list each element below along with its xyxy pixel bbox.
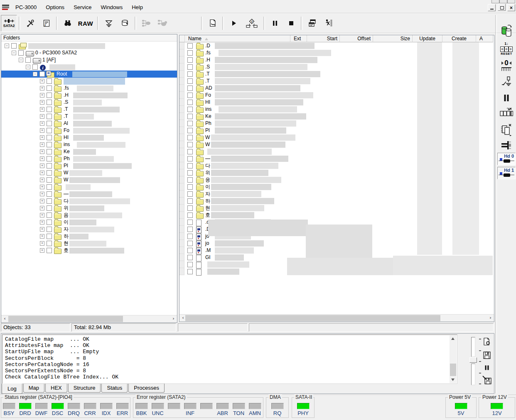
file-row[interactable]: 호 [179, 212, 494, 219]
tree-node[interactable]: +ins [1, 141, 177, 148]
power-switch-button[interactable] [497, 74, 516, 90]
file-checkbox[interactable] [187, 50, 193, 56]
expand-icon[interactable]: + [40, 149, 44, 154]
tree-checkbox[interactable] [47, 142, 52, 147]
tree-node[interactable]: +.H [1, 92, 177, 99]
file-row[interactable]: W [179, 141, 494, 148]
tree-node[interactable]: +W [1, 169, 177, 176]
scrollbar-thumb[interactable] [8, 316, 123, 322]
tree-node[interactable]: −1 [AF] [1, 56, 177, 63]
stop-button[interactable] [283, 15, 299, 32]
collapse-icon[interactable]: − [12, 51, 16, 55]
file-checkbox[interactable] [187, 227, 193, 232]
collapse-icon[interactable]: − [26, 65, 30, 69]
minimize-button[interactable] [488, 4, 496, 11]
file-checkbox[interactable] [187, 170, 193, 176]
search-button[interactable] [59, 15, 76, 32]
file-checkbox[interactable] [187, 142, 193, 147]
file-row[interactable]: 자 [179, 190, 494, 198]
restore-button[interactable] [498, 4, 506, 11]
file-checkbox[interactable] [187, 78, 193, 84]
tree-checkbox[interactable] [47, 205, 52, 211]
tree-horizontal-scrollbar[interactable]: ‹ › [1, 315, 177, 322]
file-row[interactable]: Ke [179, 113, 494, 120]
tree-checkbox[interactable] [47, 191, 52, 197]
expand-icon[interactable]: + [40, 79, 44, 83]
expand-icon[interactable]: + [40, 135, 44, 140]
tree-checkbox[interactable] [47, 220, 52, 225]
file-checkbox[interactable] [187, 107, 193, 112]
chip-pages-button[interactable] [497, 122, 516, 138]
expand-icon[interactable]: + [40, 128, 44, 133]
file-checkbox[interactable] [187, 114, 193, 119]
task-wizard-button[interactable]: ? [242, 15, 262, 32]
tab-map[interactable]: Map [23, 383, 44, 393]
file-row[interactable]: W [179, 134, 494, 141]
tree-checkbox[interactable] [47, 212, 52, 218]
tree-checkbox[interactable] [47, 198, 52, 204]
tab-hex[interactable]: HEX [45, 383, 67, 393]
scrollbar-thumb[interactable] [185, 315, 440, 321]
file-checkbox[interactable] [187, 156, 193, 161]
log-slider-track[interactable] [471, 337, 475, 357]
tree-node[interactable]: +HI [1, 134, 177, 141]
tree-node[interactable]: +W [1, 176, 177, 183]
file-checkbox[interactable] [187, 85, 193, 91]
tree-node[interactable]: +호 [1, 247, 177, 254]
expand-icon[interactable]: + [40, 241, 44, 246]
expand-icon[interactable]: + [40, 213, 44, 217]
column-header-create[interactable]: Create [442, 35, 476, 42]
open-task-button[interactable] [204, 15, 221, 32]
column-header-offset[interactable]: Offset [340, 35, 373, 42]
tree-checkbox[interactable] [47, 114, 52, 119]
file-checkbox[interactable] [187, 71, 193, 77]
refresh-log-button[interactable] [481, 336, 493, 348]
expand-icon[interactable]: + [40, 206, 44, 210]
tree-checkbox[interactable] [47, 149, 52, 154]
tree-node[interactable]: − [1, 42, 177, 49]
tree-checkbox[interactable] [47, 241, 52, 246]
expand-icon[interactable]: + [40, 227, 44, 232]
tree-node[interactable]: +.T [1, 113, 177, 120]
processes-button[interactable] [320, 15, 337, 32]
tree-checkbox[interactable] [11, 43, 17, 49]
tree-node[interactable]: +— [1, 190, 177, 198]
tree-node[interactable]: +Fo [1, 127, 177, 134]
tree-checkbox[interactable] [47, 135, 52, 140]
tree-node[interactable]: +Ph [1, 155, 177, 162]
scroll-down-icon[interactable] [451, 378, 455, 381]
export-database-button[interactable] [117, 15, 133, 32]
file-checkbox[interactable] [187, 163, 193, 168]
file-checkbox[interactable] [187, 262, 193, 267]
tree-node[interactable]: +이 [1, 219, 177, 226]
file-row[interactable]: .H [179, 56, 494, 63]
pause-log-button[interactable] [481, 362, 493, 374]
scroll-up-icon[interactable] [451, 337, 455, 340]
expand-icon[interactable]: + [40, 164, 44, 168]
file-row[interactable]: HI [179, 99, 494, 106]
tree-checkbox[interactable] [47, 156, 52, 161]
tree-node[interactable]: +.T [1, 106, 177, 113]
expand-icon[interactable]: + [40, 107, 44, 112]
tree-checkbox[interactable] [47, 93, 52, 98]
column-header-update[interactable]: Update [413, 35, 442, 42]
column-header-size[interactable]: Size [373, 35, 413, 42]
maximize-button-outer[interactable] [499, 0, 507, 3]
file-checkbox[interactable] [187, 248, 193, 253]
file-checkbox[interactable] [187, 64, 193, 70]
file-row[interactable]: .D [179, 42, 494, 49]
tree-checkbox[interactable] [47, 78, 52, 84]
tree-node[interactable]: +.S [1, 99, 177, 106]
start-button[interactable] [226, 15, 242, 32]
file-checkbox[interactable] [187, 100, 193, 105]
tree-node[interactable]: +자 [1, 226, 177, 233]
file-checkbox[interactable] [187, 93, 193, 98]
tree-node[interactable]: +Al [1, 120, 177, 127]
close-button-outer[interactable] [507, 0, 515, 3]
pause-button[interactable] [267, 15, 283, 32]
pause-power-button[interactable] [497, 92, 516, 104]
file-row[interactable]: .T [179, 71, 494, 78]
column-header-a[interactable]: A [476, 35, 493, 42]
tree-node[interactable]: −0 - PC3000 SATA2 [1, 49, 177, 56]
save-log-button[interactable] [481, 349, 493, 361]
